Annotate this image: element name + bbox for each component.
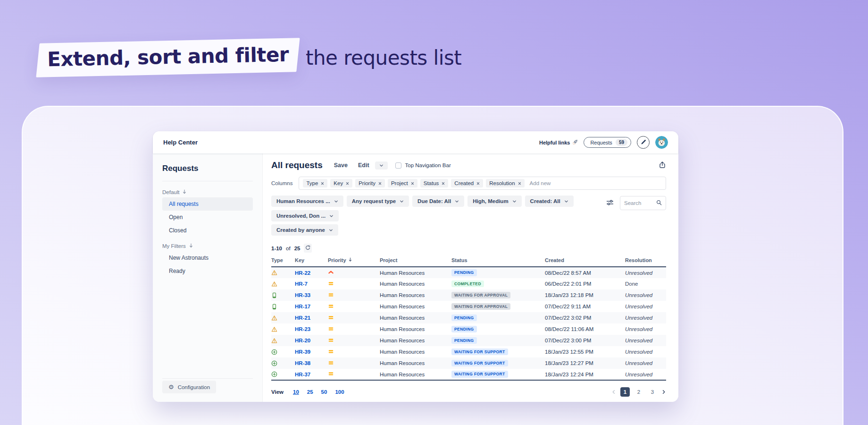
edit-button[interactable]: Edit	[358, 162, 369, 169]
table-row-hr-33[interactable]: HR-33Human ResourcesWAITING FOR APPROVAL…	[271, 289, 666, 301]
chip-label: Resolution	[489, 180, 515, 186]
column-header-priority[interactable]: Priority	[328, 257, 380, 267]
search-input[interactable]	[624, 200, 653, 206]
remove-x-icon[interactable]	[442, 182, 445, 185]
add-new-column-placeholder[interactable]: Add new	[530, 180, 551, 186]
next-page-button[interactable]	[661, 389, 666, 396]
column-header-key[interactable]: Key	[295, 257, 328, 267]
column-chip-status[interactable]: Status	[420, 179, 449, 187]
sidebar-item-ready[interactable]: Ready	[162, 264, 253, 278]
project-cell: Human Resources	[380, 312, 451, 323]
request-link-hr-23[interactable]: HR-23	[295, 326, 310, 332]
table-row-hr-23[interactable]: HR-23Human ResourcesPENDING08/Dec/22 11:…	[271, 323, 666, 335]
type-cell	[271, 278, 295, 289]
remove-x-icon[interactable]	[411, 182, 414, 185]
filter-rows: Human Resources ...Any request typeDue D…	[271, 196, 606, 236]
filter-dropdown-due-date-all[interactable]: Due Date: All	[412, 196, 464, 207]
share-button[interactable]	[659, 161, 666, 170]
column-chip-resolution[interactable]: Resolution	[486, 179, 524, 187]
top-nav-checkbox[interactable]	[395, 162, 401, 169]
filter-dropdown-created-all[interactable]: Created: All	[525, 196, 574, 207]
remove-x-icon[interactable]	[518, 182, 521, 185]
request-link-hr-7[interactable]: HR-7	[295, 281, 308, 287]
table-row-hr-7[interactable]: HR-7Human ResourcesCOMPLETED06/Dec/22 2:…	[271, 278, 666, 289]
page-button-1[interactable]: 1	[620, 387, 630, 397]
column-header-status[interactable]: Status	[451, 257, 545, 267]
filter-dropdown-created-by-anyone[interactable]: Created by anyone	[271, 224, 338, 236]
table-row-hr-37[interactable]: HR-37Human ResourcesWAITING FOR SUPPORT1…	[271, 369, 666, 380]
plus-circle-icon	[271, 371, 277, 377]
table-row-hr-39[interactable]: HR-39Human ResourcesWAITING FOR SUPPORT1…	[271, 346, 666, 357]
view-option-25[interactable]: 25	[307, 389, 313, 395]
column-header-resolution[interactable]: Resolution	[625, 257, 666, 267]
key-cell: HR-21	[295, 312, 328, 323]
refresh-button[interactable]	[304, 244, 312, 253]
priority-medium-icon	[328, 350, 334, 356]
filter-dropdown-high-medium[interactable]: High, Medium	[467, 196, 521, 207]
table-row-hr-38[interactable]: HR-38Human ResourcesWAITING FOR SUPPORT1…	[271, 357, 666, 369]
save-button[interactable]: Save	[334, 162, 348, 169]
section-label: My Filters	[162, 243, 186, 249]
remove-x-icon[interactable]	[476, 182, 480, 185]
filter-dropdown-unresolved-don[interactable]: Unresolved, Don ...	[271, 210, 339, 221]
column-chip-key[interactable]: Key	[330, 179, 352, 187]
previous-page-button[interactable]	[611, 389, 616, 396]
view-option-100[interactable]: 100	[335, 389, 344, 395]
sidebar-item-new-astronauts[interactable]: New Astronauts	[162, 251, 253, 264]
request-link-hr-21[interactable]: HR-21	[295, 315, 310, 321]
view-option-10[interactable]: 10	[293, 389, 299, 395]
columns-row: Columns TypeKeyPriorityProjectStatusCrea…	[271, 177, 666, 190]
edit-pencil-button[interactable]	[637, 136, 650, 149]
user-avatar[interactable]	[655, 136, 668, 149]
sidebar-item-closed[interactable]: Closed	[162, 224, 253, 237]
request-link-hr-22[interactable]: HR-22	[295, 270, 310, 276]
table-row-hr-22[interactable]: HR-22Human ResourcesPENDING08/Dec/22 8:5…	[271, 267, 666, 278]
status-badge: WAITING FOR SUPPORT	[451, 348, 508, 356]
sidebar-item-open[interactable]: Open	[162, 211, 253, 224]
columns-chip-box[interactable]: TypeKeyPriorityProjectStatusCreatedResol…	[299, 177, 666, 190]
view-option-50[interactable]: 50	[321, 389, 327, 395]
top-nav-checkbox-row[interactable]: Top Navigation Bar	[395, 162, 451, 169]
column-header-project[interactable]: Project	[380, 257, 451, 267]
column-chip-type[interactable]: Type	[303, 179, 327, 187]
key-cell: HR-22	[295, 267, 328, 278]
request-link-hr-38[interactable]: HR-38	[295, 360, 310, 366]
request-link-hr-20[interactable]: HR-20	[295, 338, 310, 343]
column-header-created[interactable]: Created	[545, 257, 625, 267]
share-export-icon	[659, 161, 666, 170]
advanced-filters-button[interactable]	[606, 199, 614, 207]
project-cell: Human Resources	[380, 323, 451, 335]
request-link-hr-33[interactable]: HR-33	[295, 292, 310, 298]
column-header-type[interactable]: Type	[271, 257, 295, 267]
column-chip-created[interactable]: Created	[451, 179, 483, 187]
request-link-hr-17[interactable]: HR-17	[295, 304, 310, 309]
request-link-hr-37[interactable]: HR-37	[295, 372, 310, 377]
remove-x-icon[interactable]	[378, 182, 382, 185]
configuration-button[interactable]: ⚙ Configuration	[162, 381, 216, 393]
table-row-hr-20[interactable]: HR-20Human ResourcesPENDING07/Dec/22 3:0…	[271, 335, 666, 346]
table-row-hr-21[interactable]: HR-21Human ResourcesPENDING07/Dec/22 3:0…	[271, 312, 666, 323]
priority-cell	[328, 369, 380, 380]
filter-label: High, Medium	[473, 198, 508, 204]
column-chip-priority[interactable]: Priority	[355, 179, 385, 187]
remove-x-icon[interactable]	[346, 182, 349, 185]
requests-pill-button[interactable]: Requests 59	[584, 137, 631, 148]
column-chip-project[interactable]: Project	[388, 179, 417, 187]
sidebar-section-default[interactable]: Default	[162, 189, 253, 195]
page-button-3[interactable]: 3	[648, 387, 657, 397]
page-button-2[interactable]: 2	[634, 387, 643, 397]
remove-x-icon[interactable]	[321, 182, 324, 185]
sidebar-section-my-filters[interactable]: My Filters	[162, 243, 253, 249]
helpful-links-button[interactable]: Helpful links	[539, 139, 578, 146]
configuration-label: Configuration	[178, 384, 210, 390]
sidebar-item-all-requests[interactable]: All requests	[162, 197, 253, 211]
filter-dropdown-human-resources[interactable]: Human Resources ...	[271, 196, 343, 207]
chip-label: Priority	[359, 180, 376, 186]
priority-high-icon	[328, 271, 334, 276]
more-actions-button[interactable]	[375, 162, 388, 170]
table-row-hr-17[interactable]: HR-17Human ResourcesWAITING FOR APPROVAL…	[271, 301, 666, 312]
arrow-down-icon	[189, 243, 193, 249]
request-link-hr-39[interactable]: HR-39	[295, 349, 310, 355]
priority-cell	[328, 301, 380, 312]
filter-dropdown-any-request-type[interactable]: Any request type	[347, 196, 409, 207]
